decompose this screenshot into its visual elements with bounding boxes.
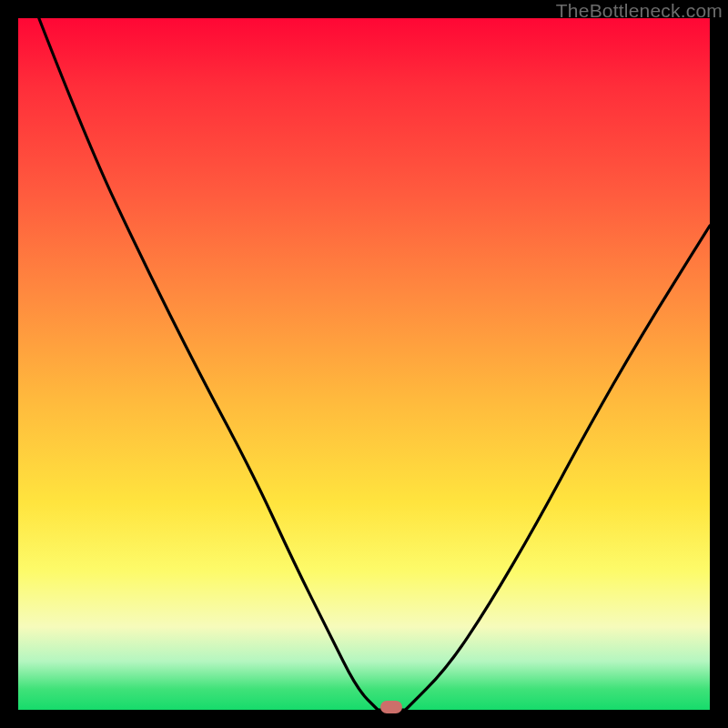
bottleneck-curve <box>39 18 710 710</box>
plot-area <box>18 18 710 710</box>
curve-layer <box>18 18 710 710</box>
optimum-marker <box>380 701 402 713</box>
chart-frame: TheBottleneck.com <box>0 0 728 728</box>
attribution-label: TheBottleneck.com <box>556 0 723 22</box>
